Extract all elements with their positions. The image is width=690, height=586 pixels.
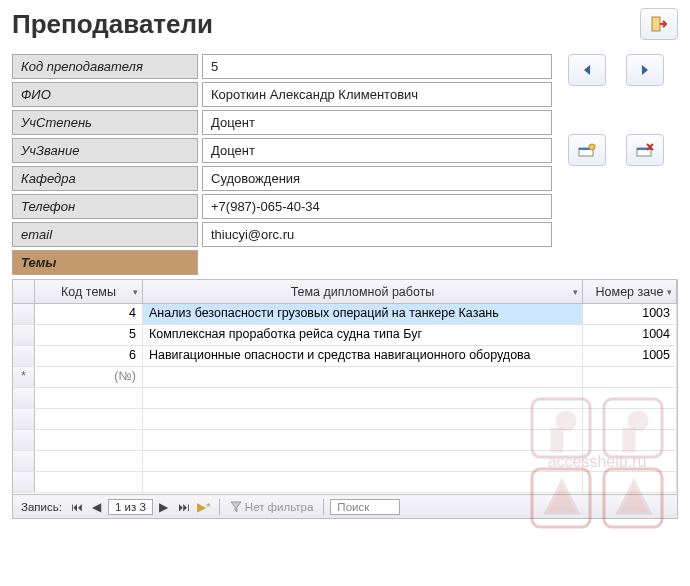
cell-code-new[interactable]: (№)	[35, 367, 143, 387]
nav-prev-button[interactable]: ◀	[88, 498, 106, 516]
table-row[interactable]: 4Анализ безопасности грузовых операций н…	[13, 304, 677, 325]
cell-title[interactable]: Комплексная проработка рейса судна типа …	[143, 325, 583, 345]
field-email[interactable]: thiucyi@orc.ru	[202, 222, 552, 247]
row-selector[interactable]	[13, 346, 35, 366]
label-code: Код преподавателя	[12, 54, 198, 79]
triangle-left-icon	[582, 64, 592, 76]
nav-last-button[interactable]: ⏭	[175, 498, 193, 516]
col-title-label: Тема дипломной работы	[291, 285, 435, 299]
label-email: email	[12, 222, 198, 247]
label-dept: Кафедра	[12, 166, 198, 191]
row-selector[interactable]	[13, 325, 35, 345]
cell-title[interactable]: Навигационные опасности и средства навиг…	[143, 346, 583, 366]
new-row[interactable]: *(№)	[13, 367, 677, 388]
nav-label: Запись:	[17, 501, 66, 513]
filter-label: Нет фильтра	[245, 501, 314, 513]
cell-num[interactable]: 1004	[583, 325, 677, 345]
cell-num[interactable]: 1005	[583, 346, 677, 366]
delete-record-button[interactable]	[626, 134, 664, 166]
col-num-label: Номер заче	[596, 285, 664, 299]
new-record-button[interactable]	[568, 134, 606, 166]
nav-new-button[interactable]: ▶*	[195, 498, 213, 516]
field-dept[interactable]: Судовождения	[202, 166, 552, 191]
row-selector-new[interactable]: *	[13, 367, 35, 387]
table-row[interactable]: 6Навигационные опасности и средства нави…	[13, 346, 677, 367]
label-degree: УчСтепень	[12, 110, 198, 135]
cell-code[interactable]: 6	[35, 346, 143, 366]
dropdown-icon[interactable]: ▾	[573, 287, 578, 297]
close-form-button[interactable]	[640, 8, 678, 40]
grid-header: Код темы▾ Тема дипломной работы▾ Номер з…	[13, 280, 677, 304]
col-code[interactable]: Код темы▾	[35, 280, 143, 303]
nav-first-button[interactable]: ⏮	[68, 498, 86, 516]
label-fio: ФИО	[12, 82, 198, 107]
nav-position[interactable]: 1 из 3	[108, 499, 153, 515]
table-row[interactable]: 5Комплексная проработка рейса судна типа…	[13, 325, 677, 346]
label-themes: Темы	[12, 250, 198, 275]
new-record-icon	[578, 143, 596, 157]
nav-search-input[interactable]: Поиск	[330, 499, 400, 515]
empty-row	[13, 430, 677, 451]
empty-row	[13, 409, 677, 430]
cell-code[interactable]: 4	[35, 304, 143, 324]
field-degree[interactable]: Доцент	[202, 110, 552, 135]
col-num[interactable]: Номер заче▾	[583, 280, 677, 303]
nav-next-button[interactable]: ▶	[155, 498, 173, 516]
field-phone[interactable]: +7(987)-065-40-34	[202, 194, 552, 219]
dropdown-icon[interactable]: ▾	[667, 287, 672, 297]
field-code[interactable]: 5	[202, 54, 552, 79]
col-title[interactable]: Тема дипломной работы▾	[143, 280, 583, 303]
cell-num[interactable]: 1003	[583, 304, 677, 324]
filter-status[interactable]: Нет фильтра	[226, 501, 318, 513]
cell-num-new[interactable]	[583, 367, 677, 387]
col-code-label: Код темы	[61, 285, 116, 299]
cell-code[interactable]: 5	[35, 325, 143, 345]
row-selector[interactable]	[13, 304, 35, 324]
funnel-icon	[230, 501, 242, 513]
page-title: Преподаватели	[12, 9, 634, 40]
dropdown-icon[interactable]: ▾	[133, 287, 138, 297]
empty-row	[13, 472, 677, 493]
prev-record-button[interactable]	[568, 54, 606, 86]
next-record-button[interactable]	[626, 54, 664, 86]
empty-row	[13, 388, 677, 409]
field-fio[interactable]: Короткин Александр Климентович	[202, 82, 552, 107]
door-exit-icon	[650, 15, 668, 33]
record-navigator: Запись: ⏮ ◀ 1 из 3 ▶ ⏭ ▶* Нет фильтра По…	[12, 495, 678, 519]
cell-title-new[interactable]	[143, 367, 583, 387]
label-rank: УчЗвание	[12, 138, 198, 163]
empty-row	[13, 451, 677, 472]
delete-record-icon	[636, 143, 654, 157]
cell-title[interactable]: Анализ безопасности грузовых операций на…	[143, 304, 583, 324]
svg-point-3	[589, 144, 595, 150]
themes-subform[interactable]: Код темы▾ Тема дипломной работы▾ Номер з…	[12, 279, 678, 495]
label-phone: Телефон	[12, 194, 198, 219]
field-rank[interactable]: Доцент	[202, 138, 552, 163]
triangle-right-icon	[640, 64, 650, 76]
svg-rect-0	[652, 17, 660, 31]
